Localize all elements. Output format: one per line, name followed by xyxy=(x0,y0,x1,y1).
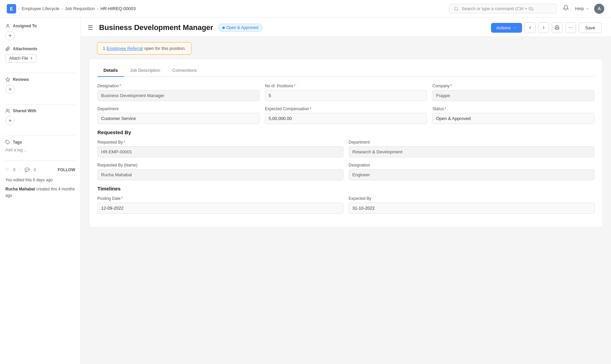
top-nav-right: Search or type a command (Ctrl + G) Help… xyxy=(449,3,604,14)
form-row-1: Designation* No of. Positions* Company* xyxy=(97,84,594,101)
expected-by-input[interactable] xyxy=(349,203,595,214)
chevron-down-icon xyxy=(585,7,589,11)
page-header-right: Actions ··· Save xyxy=(491,22,602,33)
svg-point-0 xyxy=(455,7,458,10)
attach-file-label: Attach File xyxy=(9,56,28,61)
designation-input[interactable] xyxy=(97,90,259,101)
alert-suffix: open for this position. xyxy=(144,46,186,51)
tags-section: Tags Add a tag ... xyxy=(5,140,75,152)
breadcrumb-employee-lifecycle[interactable]: Employee Lifecycle xyxy=(22,6,59,11)
posting-date-group: Posting Date* xyxy=(97,196,343,214)
department-input[interactable] xyxy=(97,113,259,124)
requested-by-label: Requested By* xyxy=(97,140,343,145)
svg-point-1 xyxy=(7,24,9,26)
posting-date-input[interactable] xyxy=(97,203,343,214)
company-label: Company* xyxy=(432,84,594,88)
expected-compensation-label-text: Expected Compensation xyxy=(265,107,309,111)
avatar[interactable]: A xyxy=(594,4,604,14)
requested-by-name-input[interactable] xyxy=(97,169,343,180)
add-shared-with-button[interactable]: + xyxy=(5,116,15,125)
tab-connections[interactable]: Connections xyxy=(166,64,203,77)
actions-button[interactable]: Actions xyxy=(491,23,522,33)
breadcrumb-job-requisition[interactable]: Job Requisition xyxy=(65,6,95,11)
form-row-2: Department Expected Compensation* Status… xyxy=(97,107,594,124)
divider-1 xyxy=(5,73,75,73)
search-bar[interactable]: Search or type a command (Ctrl + G) xyxy=(449,4,557,13)
requested-by-dept-label: Department xyxy=(349,140,595,145)
star-icon xyxy=(5,77,10,82)
reviews-section: Reviews + xyxy=(5,77,75,94)
attachments-text: Attachments xyxy=(13,47,37,51)
assigned-to-text: Assigned To xyxy=(13,24,37,28)
likes-count: 0 xyxy=(13,168,16,172)
attach-file-button[interactable]: Attach File + xyxy=(5,54,36,63)
more-options-button[interactable]: ··· xyxy=(565,22,576,33)
add-review-button[interactable]: + xyxy=(5,85,15,94)
shared-with-label: Shared With xyxy=(5,109,75,113)
req-star-4: * xyxy=(310,107,311,111)
tab-job-description[interactable]: Job Description xyxy=(124,64,166,77)
no-positions-group: No of. Positions* xyxy=(265,84,427,101)
sep2: › xyxy=(61,6,63,11)
attachments-label: Attachments xyxy=(5,47,75,51)
status-label-text: Status xyxy=(432,107,444,111)
expected-compensation-input[interactable] xyxy=(265,113,427,124)
printer-icon xyxy=(555,25,559,30)
search-icon xyxy=(454,6,459,11)
company-input[interactable] xyxy=(432,90,594,101)
activity-entry-1: You edited this 6 days ago xyxy=(5,177,75,183)
status-select[interactable]: Open & Approved xyxy=(432,113,594,124)
reviews-text: Reviews xyxy=(13,77,29,82)
attachments-section: Attachments Attach File + xyxy=(5,47,75,63)
assigned-to-label: Assigned To xyxy=(5,24,75,28)
notification-bell[interactable] xyxy=(561,3,570,14)
page-header: ☰ Business Development Manager Open & Ap… xyxy=(81,18,611,37)
requested-by-label-text: Requested By xyxy=(97,140,123,145)
req-star-6: * xyxy=(123,140,125,145)
posting-date-label-text: Posting Date xyxy=(97,196,121,201)
assigned-to-section: Assigned To + xyxy=(5,24,75,40)
requested-by-dept-group: Department xyxy=(349,140,595,157)
sep3: › xyxy=(97,6,98,11)
menu-icon[interactable]: ☰ xyxy=(88,24,93,31)
add-assigned-to-button[interactable]: + xyxy=(5,31,15,40)
status-text: Open & Approved xyxy=(226,25,258,30)
activity-log: You edited this 6 days ago Rucha Mahabal… xyxy=(5,177,75,199)
company-label-text: Company xyxy=(432,84,450,88)
divider-4 xyxy=(5,160,75,161)
chevron-right-icon xyxy=(541,25,546,30)
chevron-left-icon xyxy=(528,25,532,30)
no-positions-label-text: No of. Positions xyxy=(265,84,293,88)
no-positions-input[interactable] xyxy=(265,90,427,101)
add-tag-label[interactable]: Add a tag ... xyxy=(5,148,27,152)
activity-entry-2: Rucha Mahabal created this 4 months ago xyxy=(5,186,75,199)
requested-by-dept-input[interactable] xyxy=(349,146,595,157)
designation-req-group: Designation xyxy=(349,163,595,180)
shared-with-section: Shared With + xyxy=(5,109,75,125)
department-group: Department xyxy=(97,107,259,124)
requested-by-input[interactable] xyxy=(97,146,343,157)
activity-actions: ♡ 0 · 💬 0 FOLLOW xyxy=(5,168,75,172)
form-row-4: Requested By (Name) Designation xyxy=(97,163,594,180)
prev-button[interactable] xyxy=(525,22,536,33)
top-nav: E › Employee Lifecycle › Job Requisition… xyxy=(0,0,611,18)
print-button[interactable] xyxy=(552,22,562,33)
next-button[interactable] xyxy=(538,22,549,33)
status-label: Status* xyxy=(432,107,594,111)
svg-point-3 xyxy=(6,109,8,111)
designation-req-input[interactable] xyxy=(349,169,595,180)
follow-button[interactable]: FOLLOW xyxy=(58,168,75,172)
tags-label: Tags xyxy=(5,140,75,145)
form-row-5: Posting Date* Expected By xyxy=(97,196,594,214)
designation-req-label-text: Designation xyxy=(349,163,370,168)
help-button[interactable]: Help xyxy=(575,6,589,11)
activity-user: Rucha Mahabal xyxy=(5,187,35,191)
company-group: Company* xyxy=(432,84,594,101)
breadcrumb-current: HR-HIREQ-00003 xyxy=(100,6,136,11)
dot-sep: · xyxy=(20,168,21,172)
tab-details[interactable]: Details xyxy=(97,64,124,77)
help-label: Help xyxy=(575,6,584,11)
save-button[interactable]: Save xyxy=(579,23,602,33)
alert-link[interactable]: Employee Referral xyxy=(106,46,143,51)
expected-compensation-label: Expected Compensation* xyxy=(265,107,427,111)
